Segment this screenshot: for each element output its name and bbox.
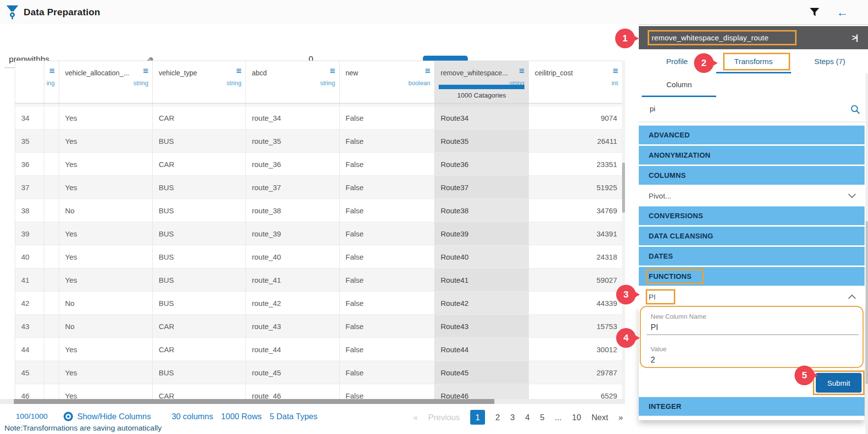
cell-num[interactable]: 41	[15, 268, 44, 292]
pagination-page-4[interactable]: 4	[525, 413, 529, 422]
cell-vehicle_type[interactable]: BUS	[153, 292, 246, 315]
column-header-vehicle-type[interactable]: vehicle_type ≡ string	[153, 61, 246, 103]
cell-abcd[interactable]: route_35	[246, 130, 340, 153]
cell-vehicle_allocation[interactable]: Yes	[59, 338, 153, 361]
cell-ceilitrip_cost[interactable]: 34391	[529, 222, 623, 245]
cell-vehicle_allocation[interactable]: Yes	[59, 268, 153, 292]
column-header-remove-whitespace[interactable]: remove_whitespace... ≡ string 1000 Catag…	[435, 61, 529, 103]
column-menu-icon[interactable]: ≡	[49, 66, 55, 75]
cell-ceilitrip_cost[interactable]: 59027	[529, 268, 623, 292]
cell-ceilitrip_cost[interactable]: 24318	[529, 245, 623, 268]
column-menu-icon[interactable]: ≡	[143, 66, 148, 75]
cell-num[interactable]: 37	[15, 176, 44, 199]
cell-vehicle_type[interactable]: BUS	[153, 222, 246, 245]
cell-remove_whitespace[interactable]: Route43	[435, 315, 529, 338]
cell-abcd[interactable]: route_36	[246, 153, 340, 176]
column-menu-icon[interactable]: ≡	[613, 66, 618, 75]
pagination-next[interactable]: Next	[591, 413, 608, 422]
cell-abcd[interactable]: route_39	[246, 222, 340, 245]
cell-abcd[interactable]: route_37	[246, 176, 340, 199]
pagination-page-2[interactable]: 2	[495, 413, 500, 422]
cell-num[interactable]: 35	[15, 130, 44, 153]
cell-new[interactable]: False	[340, 338, 435, 361]
search-icon[interactable]	[850, 104, 860, 116]
cell-vehicle_allocation[interactable]: No	[59, 315, 153, 338]
cell-ceilitrip_cost[interactable]: 34769	[529, 199, 623, 222]
table-horizontal-scrollbar[interactable]	[0, 399, 625, 404]
column-menu-icon[interactable]: ≡	[330, 66, 335, 75]
cell-abcd[interactable]: route_40	[246, 245, 340, 268]
cell-vehicle_type[interactable]: CAR	[153, 315, 246, 338]
cell-vehicle_type[interactable]: BUS	[153, 245, 246, 268]
eye-icon[interactable]	[64, 412, 73, 421]
group-conversions[interactable]: CONVERSIONS	[639, 206, 865, 225]
cell-ceilitrip_cost[interactable]: 23351	[529, 153, 623, 176]
cell-abcd[interactable]: route_43	[246, 315, 340, 338]
cell-vehicle_allocation[interactable]: Yes	[59, 106, 153, 130]
back-arrow-icon[interactable]: ←	[836, 6, 848, 18]
cell-abcd[interactable]: route_44	[246, 338, 340, 361]
cell-ceilitrip_cost[interactable]: 9074	[529, 106, 623, 130]
cell-ceilitrip_cost[interactable]: 29787	[529, 361, 623, 384]
cell-vehicle_type[interactable]: CAR	[153, 384, 246, 399]
cell-new[interactable]: False	[340, 199, 435, 222]
cell-remove_whitespace[interactable]: Route40	[435, 245, 529, 268]
cell-num[interactable]: 40	[15, 245, 44, 268]
column-menu-icon[interactable]: ≡	[425, 66, 430, 75]
cell-ceilitrip_cost[interactable]: 30012	[529, 338, 623, 361]
cell-new[interactable]: False	[340, 245, 435, 268]
cell-num[interactable]: 34	[15, 106, 44, 130]
cell-abcd[interactable]: route_41	[246, 268, 340, 292]
column-header-cutoff[interactable]: ≡ ing	[44, 61, 59, 103]
cell-new[interactable]: False	[340, 130, 435, 153]
column-menu-icon[interactable]: ≡	[519, 66, 524, 75]
cell-vehicle_type[interactable]: BUS	[153, 176, 246, 199]
cell-num[interactable]: 36	[15, 153, 44, 176]
cell-new[interactable]: False	[340, 292, 435, 315]
group-anonymization[interactable]: ANONYMIZATION	[639, 146, 865, 165]
filter-icon[interactable]	[809, 7, 820, 17]
cell-num[interactable]: 44	[15, 338, 44, 361]
cell-vehicle_allocation[interactable]: Yes	[59, 361, 153, 384]
cell-new[interactable]: False	[340, 268, 435, 292]
column-menu-icon[interactable]: ≡	[236, 66, 242, 75]
cell-new[interactable]: False	[340, 384, 435, 399]
cell-vehicle_allocation[interactable]: Yes	[59, 222, 153, 245]
pagination-previous[interactable]: Previous	[428, 413, 460, 422]
cell-num[interactable]: 45	[15, 361, 44, 384]
group-data-cleansing[interactable]: DATA CLEANSING	[639, 227, 865, 245]
column-header-ceilitrip-cost[interactable]: ceilitrip_cost ≡ int	[529, 61, 623, 103]
cell-remove_whitespace[interactable]: Route35	[435, 130, 529, 153]
cell-vehicle_type[interactable]: BUS	[153, 361, 246, 384]
submit-button[interactable]: Submit	[816, 373, 862, 393]
cell-remove_whitespace[interactable]: Route34	[435, 106, 529, 130]
cell-ceilitrip_cost[interactable]: 51925	[529, 176, 623, 199]
cell-new[interactable]: False	[340, 106, 435, 130]
cell-num[interactable]: 39	[15, 222, 44, 245]
new-column-name-value[interactable]: PI	[651, 323, 658, 332]
panel-scrollbar-thumb[interactable]	[866, 221, 868, 384]
tab-steps[interactable]: Steps (7)	[792, 49, 868, 73]
cell-abcd[interactable]: route_46	[246, 384, 340, 399]
cell-ceilitrip_cost[interactable]: 6529	[529, 384, 623, 399]
group-columns[interactable]: COLUMNS	[639, 166, 865, 185]
column-header-abcd[interactable]: abcd ≡ string	[246, 61, 340, 103]
cell-num[interactable]: 46	[15, 384, 44, 399]
value-value[interactable]: 2	[651, 356, 655, 365]
pagination-last-icon[interactable]: »	[619, 413, 623, 422]
cell-vehicle_type[interactable]: BUS	[153, 268, 246, 292]
group-functions[interactable]: FUNCTIONS	[639, 267, 865, 286]
cell-vehicle_type[interactable]: BUS	[153, 130, 246, 153]
cell-vehicle_allocation[interactable]: Yes	[59, 384, 153, 399]
cell-remove_whitespace[interactable]: Route44	[435, 338, 529, 361]
cell-num[interactable]: 43	[15, 315, 44, 338]
pagination-page-1[interactable]: 1	[470, 410, 485, 425]
panel-scrollbar[interactable]	[866, 73, 868, 434]
group-integer[interactable]: INTEGER	[639, 397, 865, 416]
cell-abcd[interactable]: route_34	[246, 106, 340, 130]
cell-vehicle_allocation[interactable]: No	[59, 292, 153, 315]
cell-remove_whitespace[interactable]: Route37	[435, 176, 529, 199]
cell-vehicle_allocation[interactable]: Yes	[59, 176, 153, 199]
cell-new[interactable]: False	[340, 153, 435, 176]
cell-remove_whitespace[interactable]: Route42	[435, 292, 529, 315]
